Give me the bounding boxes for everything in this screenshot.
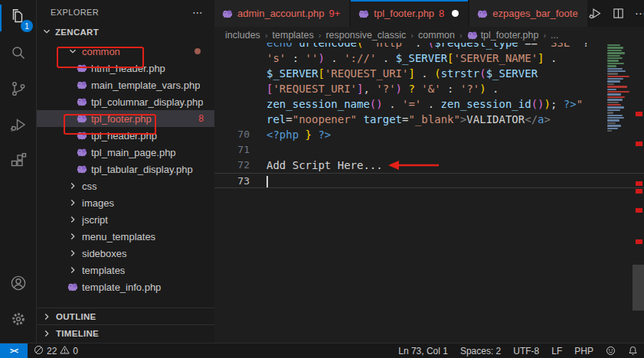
line-content: Add Script Here...	[250, 158, 383, 173]
tree-item-css[interactable]: css	[37, 177, 214, 194]
breadcrumb-separator-icon: ›	[459, 31, 463, 40]
problems-status[interactable]: 22 0	[28, 343, 84, 358]
code-line[interactable]: rel="noopener" target="_blank">VALIDATOR…	[214, 112, 644, 127]
activity-item-settings[interactable]	[0, 302, 37, 338]
status-cursor-position[interactable]: Ln 73, Col 1	[392, 343, 454, 358]
tree-item-label: images	[82, 197, 114, 209]
chevron-right-icon	[67, 248, 78, 259]
line-content: <?php } ?>	[250, 127, 331, 142]
status-indentation[interactable]: Spaces: 2	[454, 343, 507, 358]
code-line-72[interactable]: 72Add Script Here...	[214, 158, 644, 173]
code-line-73[interactable]: 73	[214, 173, 644, 188]
run-or-debug-icon[interactable]	[589, 7, 602, 20]
breadcrumb-item-responsive-classic[interactable]: responsive_classic	[325, 30, 406, 41]
minimap-line	[607, 115, 623, 116]
tree-item-tpl-footer-php[interactable]: tpl_footer.php8	[37, 110, 214, 127]
tree-item-label: main_template_vars.php	[91, 80, 200, 91]
minimap-line	[607, 52, 625, 54]
tree-item-sideboxes[interactable]: sideboxes	[37, 245, 214, 262]
php-icon	[77, 114, 87, 123]
code-line[interactable]: echo urlencode( 'http' . ($request_type …	[214, 43, 644, 50]
tree-item-menu-templates[interactable]: menu_templates	[37, 228, 214, 245]
tab-admin-account-php[interactable]: admin_account.php9+	[214, 0, 350, 27]
minimap-line	[607, 109, 620, 111]
tree-item-tpl-tabular-display-php[interactable]: tpl_tabular_display.php	[37, 161, 214, 177]
activity-item-extensions[interactable]	[0, 144, 37, 180]
activity-item-source-control[interactable]	[0, 72, 37, 108]
split-editor-icon[interactable]	[613, 8, 624, 19]
tree-item-main-template-vars-php[interactable]: main_template_vars.php	[37, 76, 214, 93]
more-actions-icon[interactable]: ⋯	[635, 7, 644, 21]
minimap-line	[607, 102, 619, 103]
chevron-right-icon	[41, 311, 52, 322]
error-mark	[636, 239, 642, 244]
tree-item-tpl-columnar-display-php[interactable]: tpl_columnar_display.php	[37, 93, 214, 110]
error-mark	[636, 112, 642, 116]
tab-label: ezpages_bar_foote	[492, 8, 577, 19]
tree-item-templates[interactable]: templates	[37, 262, 214, 278]
tree-item-images[interactable]: images	[37, 194, 214, 211]
tab-ezpages-bar-foote[interactable]: ezpages_bar_foote	[469, 0, 587, 27]
remote-indicator[interactable]: ><	[0, 343, 28, 358]
minimap-line	[607, 68, 623, 70]
workspace-root[interactable]: ZENCART	[37, 21, 214, 42]
tree-item-html-header-php[interactable]: html_header.php	[37, 60, 214, 76]
code-line-70[interactable]: 70<?php } ?>	[214, 127, 644, 142]
chevron-down-icon	[67, 46, 78, 57]
minimap-line	[607, 128, 618, 129]
activity-item-accounts[interactable]	[0, 266, 37, 302]
more-actions-icon[interactable]: ⋯	[192, 6, 204, 18]
breadcrumb-item--[interactable]: ...	[551, 30, 558, 41]
code-line[interactable]: ['REQUEST_URI'], '?') ? '&' : '?') .	[214, 81, 644, 96]
activity-bar-bottom	[0, 266, 37, 338]
activity-item-search[interactable]	[0, 36, 37, 72]
breadcrumb-separator-icon: ›	[543, 31, 546, 40]
scrollbar-thumb[interactable]	[633, 265, 644, 311]
tree-item-jscript[interactable]: jscript	[37, 211, 214, 228]
warning-icon	[60, 345, 70, 357]
status-encoding[interactable]: UTF-8	[507, 343, 545, 358]
breadcrumb: includes›templates›responsive_classic›co…	[214, 27, 644, 43]
breadcrumb-item-includes[interactable]: includes	[225, 30, 260, 41]
feedback-icon[interactable]	[600, 343, 622, 358]
tab-label: tpl_footer.php	[374, 8, 434, 19]
tab-tpl-footer-php[interactable]: tpl_footer.php8	[351, 0, 469, 27]
minimap[interactable]	[607, 44, 630, 132]
status-eol[interactable]: LF	[545, 343, 568, 358]
section-timeline[interactable]: TIMELINE	[37, 324, 214, 341]
line-number	[214, 43, 250, 50]
tree-item-tpl-main-page-php[interactable]: tpl_main_page.php	[37, 144, 214, 161]
section-outline[interactable]: OUTLINE	[37, 308, 214, 324]
tree-item-label: templates	[82, 265, 125, 276]
notifications-bell-icon[interactable]	[622, 343, 644, 358]
code-line[interactable]: zen_session_name() . '=' . zen_session_i…	[214, 96, 644, 112]
status-language-mode[interactable]: PHP	[568, 343, 600, 358]
line-number: 73	[214, 174, 250, 187]
section-label: OUTLINE	[56, 312, 96, 321]
tree-item-tpl-header-php[interactable]: tpl_header.php	[37, 127, 214, 144]
line-number	[214, 112, 250, 127]
breadcrumb-item-tpl-footer-php[interactable]: tpl_footer.php	[467, 30, 539, 41]
tree-item-template-info-php[interactable]: template_info.php	[37, 278, 214, 295]
breadcrumb-item-common[interactable]: common	[418, 30, 455, 41]
line-content: zen_session_name() . '=' . zen_session_i…	[250, 96, 583, 112]
minimap-line	[607, 122, 616, 124]
code-line-71[interactable]: 71	[214, 142, 644, 158]
tree-item-label: tpl_header.php	[91, 130, 157, 142]
dirty-indicator[interactable]	[452, 10, 459, 17]
chevron-down-icon	[41, 26, 52, 38]
workspace-label: ZENCART	[55, 28, 99, 37]
breadcrumb-item-templates[interactable]: templates	[273, 30, 314, 41]
error-icon	[34, 345, 44, 357]
activity-badge: 1	[21, 20, 33, 32]
php-icon	[77, 148, 87, 157]
line-content: 's' : '') . '://' . $_SERVER['SERVER_NAM…	[250, 50, 557, 66]
chevron-right-icon	[67, 231, 78, 242]
tree-item-common[interactable]: common	[37, 43, 214, 60]
activity-item-run-and-debug[interactable]	[0, 108, 37, 144]
code-editor[interactable]: echo urlencode( 'http' . ($request_type …	[214, 43, 644, 343]
code-line[interactable]: 's' : '') . '://' . $_SERVER['SERVER_NAM…	[214, 50, 644, 66]
activity-item-explorer[interactable]: 1	[0, 0, 37, 36]
code-line[interactable]: $_SERVER['REQUEST_URI'] . (strstr($_SERV…	[214, 66, 644, 81]
tree-item-label: html_header.php	[91, 63, 165, 74]
